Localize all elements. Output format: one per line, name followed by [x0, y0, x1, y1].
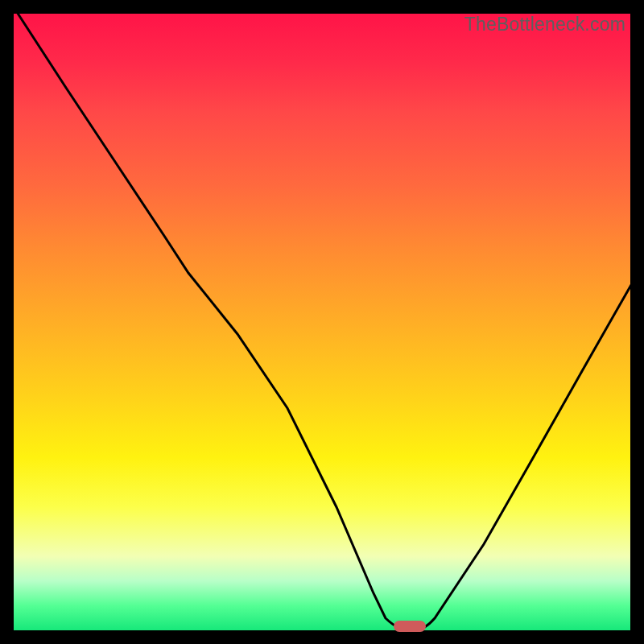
chart-frame: TheBottleneck.com [0, 0, 644, 644]
curve-layer [14, 14, 630, 630]
optimal-indicator [394, 621, 426, 632]
plot-area: TheBottleneck.com [14, 14, 630, 630]
bottleneck-curve [17, 12, 631, 630]
